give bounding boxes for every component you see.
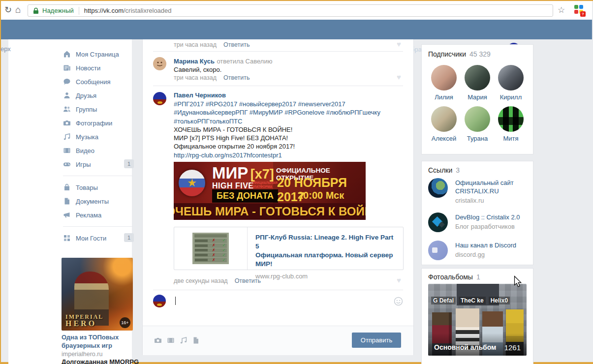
subscriber-avatar[interactable] [498,106,524,132]
link-item-devblog[interactable]: DevBlog :: Cristalix 2.0 Блог разработчи… [428,212,527,232]
link-preview-card[interactable]: ✗✓ ✗✓ ✗✓ ✗✓ ✗✓ РПГ-Клуб Russia: Lineage … [174,227,404,270]
comment-action: ответила Савелию [217,58,272,65]
sidebar-item-documents[interactable]: Документы [63,194,133,208]
link-title[interactable]: Официальный сайт CRISTALIX.RU [455,179,527,195]
commenter-name[interactable]: Марина Кусь [174,58,215,65]
subscriber-avatar[interactable] [431,65,457,91]
like-icon[interactable]: ♥ [397,73,401,81]
subscriber-avatar[interactable] [498,65,524,91]
extension-icon[interactable]: ? [574,5,583,14]
post-text-line: ХОЧЕШЬ МИРА - ГОТОВЬСЯ К ВОЙНЕ! [174,125,405,134]
post-link[interactable]: http://rpg-club.org/ns2017hfcontestpr1 [174,151,405,159]
subscriber-name[interactable]: Митя [503,135,518,142]
subscriber-name[interactable]: Алексей [432,135,456,142]
sidebar-item-music[interactable]: Музыка [63,130,133,144]
comment-text: Савелий, скоро. [174,65,221,74]
post-author-name[interactable]: Павел Черников [174,91,226,99]
subscriber-name[interactable]: Мария [468,93,487,101]
reply-link[interactable]: Ответить [235,277,261,284]
sidebar-item-photos[interactable]: Фотографии [63,116,133,130]
banner-title: МИР [x7] [212,164,274,182]
sidebar-item-groups[interactable]: Группы [63,102,133,116]
megaphone-icon [63,211,71,219]
banner-official-platform: ОФИЦИАЛЬНАЯ ПЛАТФОРМА [251,181,278,189]
subscriber-avatar[interactable] [465,65,490,91]
browser-toolbar: ↻ ⌂ Надежный https://vk.com /cristalixre… [1,1,592,20]
attach-photo-icon[interactable] [154,336,162,344]
like-icon[interactable]: ♥ [397,40,401,48]
banner-official-line1: ОФИЦИАЛЬНАЯ [251,181,278,185]
sidebar-item-messages[interactable]: Сообщения [63,75,133,89]
sidebar-item-ads[interactable]: Реклама [63,208,133,222]
attach-document-icon[interactable] [192,336,200,344]
back-to-top-label[interactable]: ерх [0,45,11,53]
reply-link[interactable]: Ответить [223,74,250,81]
sidebar-item-label: Игры [76,161,91,168]
comment-input[interactable] [172,293,389,308]
secure-lock-icon [33,7,39,14]
subscriber-name[interactable]: Кирилл [500,93,522,101]
banner-title-word: МИР [212,164,248,182]
comment-time: три часа назад [174,74,217,81]
ad-image[interactable]: IMPERIAL HERO 16+ [62,258,133,331]
subscriber-cell: Кирилл [494,65,528,101]
sidebar-item-market[interactable]: Товары [63,181,133,194]
link-preview-title-line2[interactable]: Официальная платформа. Новый сервер МИР! [255,251,395,269]
security-label[interactable]: Надежный [42,7,74,14]
main-menu: Моя Страница Новости Сообщения Друзья Гр… [63,47,133,245]
sidebar-item-label: Моя Страница [76,51,119,58]
link-title[interactable]: Наш канал в Discord [455,241,516,249]
url-path[interactable]: /cristalixreloaded [124,7,172,14]
sidebar-item-my-page[interactable]: Моя Страница [63,47,133,61]
photo-album-thumbnail[interactable]: G Defal TheC ke Helix0 Основной альбом 1… [428,284,527,356]
sidebar-item-friends[interactable]: Друзья [63,89,133,102]
links-header[interactable]: Ссылки3 [428,166,460,174]
link-item-discord[interactable]: Наш канал в Discord discord.gg [428,241,527,260]
subscriber-avatar[interactable] [465,106,490,132]
sidebar-item-news[interactable]: Новости [63,61,133,75]
reload-icon[interactable]: ↻ [4,5,12,14]
ad-next-title[interactable]: Долгожданная MMORPG [62,358,139,364]
banner-globe-dove: ★ [179,170,205,196]
smiley-face [153,57,166,70]
nametag: Helix0 [489,297,510,304]
comparison-table-image: ✗✓ ✗✓ ✗✓ ✗✓ ✗✓ [192,233,229,264]
link-title[interactable]: DevBlog :: Cristalix 2.0 [455,213,520,221]
albums-count: 1 [476,273,480,281]
post-meta: две секунды назад Ответить [174,277,261,284]
link-preview-title-line1[interactable]: РПГ-Клуб Russia: Lineage 2. High Five Pa… [255,233,395,251]
sidebar-item-video[interactable]: Видео [63,144,133,157]
subscribers-header[interactable]: Подписчики45 329 [428,50,491,58]
send-button[interactable]: Отправить [352,333,401,348]
subscriber-name[interactable]: Лилия [435,93,453,101]
sidebar-item-label: Группы [76,106,97,113]
hashtags-line[interactable]: #ИдунановыйсерверРПГ #МируМИР #RPGonelov… [174,108,405,117]
sidebar-item-games[interactable]: Игры 1 [63,157,133,171]
album-name: Основной альбом [434,343,496,351]
commenter-avatar[interactable] [153,57,166,70]
like-icon[interactable]: ♥ [397,276,401,284]
sidebar-item-label: Документы [76,198,109,205]
link-item-cristalix[interactable]: Официальный сайт CRISTALIX.RU cristalix.… [428,178,527,204]
links-title: Ссылки [428,166,452,174]
subscriber-cell: Митя [494,106,528,142]
subscriber-avatar[interactable] [431,106,457,132]
subscriber-name[interactable]: Турана [467,135,488,142]
post-banner-image[interactable]: ★ МИР [x7] HIGH FIVE ОФИЦИАЛЬНАЯ ПЛАТФОР… [174,162,366,220]
ad-title-line1[interactable]: Одна из ТОПовых [62,334,119,341]
hashtags-line[interactable]: #толькоРПГтолькоПТС [174,117,405,125]
attach-audio-icon[interactable] [180,336,187,344]
browser-home-icon[interactable]: ⌂ [15,5,21,14]
post-text-line: МИР [x7] PTS High Five! БЕЗ ДОНАТА! [174,134,405,142]
reply-link[interactable]: Ответить [223,41,250,48]
hashtags-line[interactable]: #РПГ2017 #RPG2017 #новыйсервер2017 #news… [174,100,405,108]
ad-title-line2[interactable]: браузерных игр [62,342,112,349]
bookmark-star-icon[interactable]: ☆ [558,5,565,15]
post-author-avatar[interactable] [153,92,166,105]
albums-header[interactable]: Фотоальбомы1 [428,273,480,281]
url-host[interactable]: https://vk.com [84,7,124,14]
sidebar-item-my-guests[interactable]: Мои Гости 1 [63,231,133,245]
attach-video-icon[interactable] [167,336,175,344]
emoji-smiley-icon[interactable] [394,297,403,308]
address-bar[interactable]: Надежный https://vk.com /cristalixreload… [28,4,553,17]
